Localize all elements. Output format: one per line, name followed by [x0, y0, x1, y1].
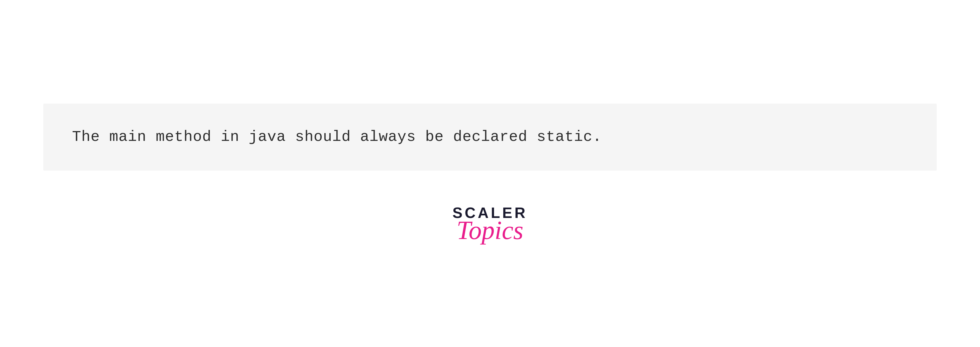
code-block: The main method in java should always be…	[43, 104, 937, 171]
logo-topics-text: Topics	[457, 217, 523, 243]
code-text: The main method in java should always be…	[72, 128, 602, 146]
scaler-topics-logo: SCALER Topics	[453, 205, 528, 243]
